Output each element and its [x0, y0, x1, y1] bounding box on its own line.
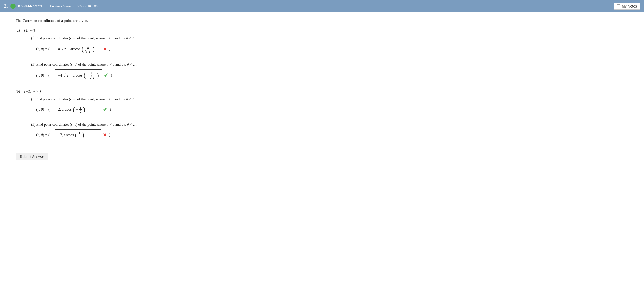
- part-a-i-answer-box: 4√2 , arccos ( 1 √2 ): [55, 43, 101, 55]
- header-left: 2. + 0.32/0.66 points | Previous Answers…: [4, 4, 100, 9]
- part-a-ii-close: ): [110, 73, 112, 78]
- part-b-ii-label: (ii) Find polar coordinates (r, θ) of th…: [31, 123, 634, 127]
- frac-b-ii: 1 2: [78, 131, 81, 139]
- part-a-ii-math: −4√2 , arccos ( 1 −√2 ): [58, 71, 99, 80]
- part-b-i: (i) Find polar coordinates (r, θ) of the…: [31, 97, 634, 115]
- part-b-ii-math: −2, arccos ( 1 2 ): [58, 131, 84, 139]
- part-b-i-math: 2, arccos ( − 1 2 ): [58, 106, 85, 114]
- notes-checkbox: [617, 4, 620, 8]
- sqrt-2-a-ii: √2: [63, 73, 69, 78]
- part-b-label: (b): [16, 89, 20, 94]
- part-b: (b) (−1, √3 ) (i) Find polar coordinates…: [16, 89, 634, 140]
- header-bar: 2. + 0.32/0.66 points | Previous Answers…: [0, 0, 644, 12]
- part-b-ii-cross: ✕: [103, 132, 107, 138]
- part-b-i-answer-row: (r, θ) = ( 2, arccos ( − 1 2 ) ✔: [36, 104, 634, 115]
- part-a-ii-open-paren: [51, 72, 53, 79]
- divider: |: [46, 4, 46, 9]
- part-b-ii-answer-row: (r, θ) = ( −2, arccos ( 1 2 ) ✕ ): [36, 129, 634, 141]
- part-b-i-check: ✔: [103, 107, 107, 113]
- frac-b-i: 1 2: [79, 106, 82, 114]
- part-a-ii-answer-row: (r, θ) = ( −4√2 , arccos ( 1 −√2 ): [36, 69, 634, 82]
- my-notes-label: My Notes: [622, 4, 637, 8]
- part-a-point: (4, −4): [24, 28, 35, 33]
- part-a-i-open-paren: [51, 46, 53, 53]
- previous-answers-label: Previous Answers SCalc7 10.3.005.: [50, 4, 100, 8]
- part-b-header: (b) (−1, √3 ): [16, 89, 634, 96]
- part-b-ii-answer-box: −2, arccos ( 1 2 ): [55, 129, 101, 141]
- part-a-i-math: 4√2 , arccos ( 1 √2 ): [58, 45, 95, 54]
- sqrt-2-a-i: √2: [61, 47, 67, 51]
- part-b-point: (−1, √3 ): [24, 89, 41, 94]
- part-a-header: (a) (4, −4): [16, 28, 634, 35]
- my-notes-button[interactable]: My Notes: [614, 3, 640, 10]
- question-number: 2.: [4, 4, 8, 9]
- intro-text: The Cartesian coordinates of a point are…: [16, 19, 634, 23]
- part-b-ii-open-paren: [51, 131, 53, 139]
- part-a-i-answer-row: (r, θ) = ( 4√2 , arccos ( 1 √2 ): [36, 43, 634, 55]
- part-a-i-prefix: (r, θ) = (: [36, 47, 50, 51]
- part-a-ii: (ii) Find polar coordinates (r, θ) of th…: [31, 63, 634, 82]
- part-b-i-prefix: (r, θ) = (: [36, 107, 50, 112]
- part-a-i-label: (i) Find polar coordinates (r, θ) of the…: [31, 36, 634, 40]
- part-a: (a) (4, −4) (i) Find polar coordinates (…: [16, 28, 634, 81]
- part-a-ii-label: (ii) Find polar coordinates (r, θ) of th…: [31, 63, 634, 67]
- part-b-ii-prefix: (r, θ) = (: [36, 133, 50, 137]
- part-a-label: (a): [16, 28, 20, 33]
- main-content: The Cartesian coordinates of a point are…: [0, 12, 644, 168]
- part-b-i-label: (i) Find polar coordinates (r, θ) of the…: [31, 97, 634, 101]
- submit-section: Submit Answer: [16, 148, 634, 160]
- part-b-i-close: ): [109, 107, 111, 112]
- part-a-ii-prefix: (r, θ) = (: [36, 73, 50, 78]
- part-a-i-close: ): [108, 47, 111, 51]
- part-b-ii: (ii) Find polar coordinates (r, θ) of th…: [31, 123, 634, 141]
- part-a-i-cross: ✕: [103, 46, 107, 52]
- plus-icon: +: [10, 4, 16, 9]
- points-text: 0.32/0.66 points: [18, 4, 42, 8]
- part-b-i-answer-box: 2, arccos ( − 1 2 ): [55, 104, 101, 115]
- part-b-ii-close: ): [108, 133, 111, 137]
- frac-a-ii: 1 −√2: [87, 71, 96, 80]
- part-b-i-open-paren: [51, 106, 53, 113]
- submit-button[interactable]: Submit Answer: [16, 153, 48, 160]
- part-a-i: (i) Find polar coordinates (r, θ) of the…: [31, 36, 634, 55]
- frac-a-i: 1 √2: [85, 45, 91, 54]
- part-a-ii-answer-box: −4√2 , arccos ( 1 −√2 ): [55, 69, 102, 82]
- part-a-ii-check: ✔: [104, 72, 108, 78]
